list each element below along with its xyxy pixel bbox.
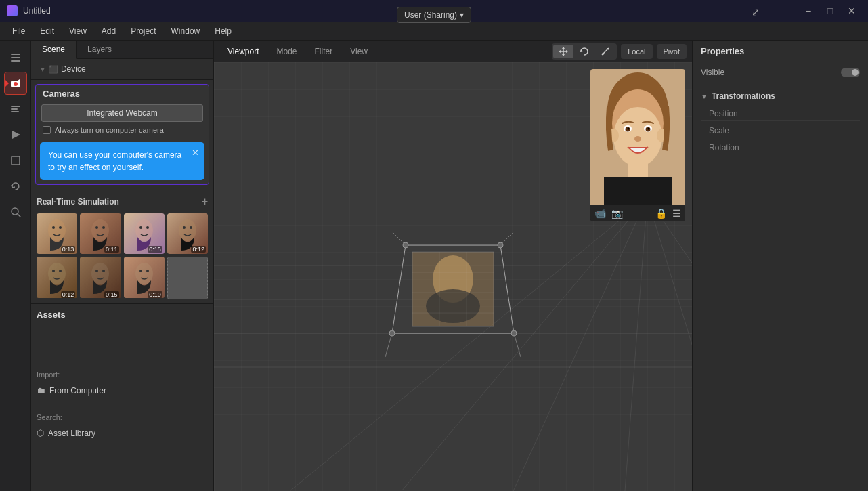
tab-viewport[interactable]: Viewport xyxy=(219,44,267,59)
assets-section: Assets Import: 🖿 From Computer Search: ⬡… xyxy=(31,303,213,492)
svg-marker-38 xyxy=(559,50,561,53)
tooltip-text: You can use your computer's camera to tr… xyxy=(48,150,181,172)
thumbnail-4[interactable]: 0:12 xyxy=(167,213,208,254)
pivot-button[interactable]: Pivot xyxy=(658,45,685,58)
tab-scene[interactable]: Scene xyxy=(31,41,77,59)
minimize-button[interactable]: − xyxy=(799,1,818,20)
svg-point-14 xyxy=(52,226,55,229)
tooltip-close-button[interactable]: ✕ xyxy=(192,146,199,160)
menu-help[interactable]: Help xyxy=(208,24,238,38)
rts-header: Real-Time Simulation + xyxy=(37,193,208,211)
properties-panel: Properties Visible ▼ Transformations Pos… xyxy=(692,41,868,491)
camera-tooltip: You can use your computer's camera to tr… xyxy=(40,142,204,180)
toolbar-timeline-btn[interactable] xyxy=(4,98,27,121)
toolbar-search-btn[interactable] xyxy=(4,200,27,223)
svg-rect-10 xyxy=(12,156,20,165)
menu-window[interactable]: Window xyxy=(165,24,207,38)
rotation-label: Rotation xyxy=(709,143,739,152)
rts-add-button[interactable]: + xyxy=(202,196,208,208)
svg-point-33 xyxy=(146,270,149,272)
tab-layers[interactable]: Layers xyxy=(77,41,123,58)
from-computer-button[interactable]: 🖿 From Computer xyxy=(37,384,106,397)
svg-point-13 xyxy=(48,219,66,241)
thumb-time-1: 0:13 xyxy=(61,246,76,253)
library-icon: ⬡ xyxy=(37,428,44,438)
viewport-canvas[interactable]: 📹 📷 🔒 ☰ xyxy=(214,62,692,491)
scale-property[interactable]: Scale xyxy=(701,121,860,137)
camera-preview-toolbar: 📹 📷 🔒 ☰ xyxy=(590,205,685,221)
svg-rect-1 xyxy=(11,57,20,58)
svg-point-29 xyxy=(95,270,98,272)
tree-arrow-icon: ▼ xyxy=(39,66,46,73)
tab-view[interactable]: View xyxy=(342,44,376,59)
svg-point-4 xyxy=(14,82,18,86)
integrated-webcam-button[interactable]: Integrated Webcam xyxy=(41,104,203,122)
toolbar-frame-btn[interactable] xyxy=(4,149,27,172)
position-property[interactable]: Position xyxy=(701,104,860,121)
rotation-property[interactable]: Rotation xyxy=(701,137,860,154)
svg-rect-6 xyxy=(11,106,20,107)
always-on-label: Always turn on computer camera xyxy=(55,126,164,134)
cam-video-button[interactable]: 📹 xyxy=(594,208,606,219)
toolbar-camera-btn[interactable] xyxy=(4,72,27,95)
tab-filter[interactable]: Filter xyxy=(307,44,341,59)
viewport-area: Viewport Mode Filter View xyxy=(214,41,692,491)
svg-rect-2 xyxy=(11,60,20,62)
svg-point-70 xyxy=(389,330,395,336)
transformations-section: ▼ Transformations Position Scale Rotatio… xyxy=(693,83,868,160)
thumbnail-5[interactable]: 0:12 xyxy=(37,257,77,299)
thumb-time-6: 0:15 xyxy=(104,291,119,298)
svg-line-12 xyxy=(18,214,20,217)
cam-menu-button[interactable]: ☰ xyxy=(672,208,681,219)
thumbnail-6[interactable]: 0:15 xyxy=(80,257,121,299)
viewport-tabs: Viewport Mode Filter View xyxy=(214,41,692,62)
thumbnail-2[interactable]: 0:11 xyxy=(80,213,121,254)
toolbar-undo-btn[interactable] xyxy=(4,175,27,198)
thumbnail-blank[interactable] xyxy=(167,257,208,299)
menu-file[interactable]: File xyxy=(5,24,32,38)
position-label: Position xyxy=(709,109,738,119)
svg-point-22 xyxy=(179,219,196,241)
tab-mode[interactable]: Mode xyxy=(268,44,305,59)
menu-edit[interactable]: Edit xyxy=(33,24,61,38)
transform-scale-button[interactable] xyxy=(595,45,615,58)
thumbnail-7[interactable]: 0:10 xyxy=(124,257,165,299)
cam-lock-button[interactable]: 🔒 xyxy=(655,208,667,219)
main-area: Scene Layers ▼ ⬛ Device Cameras Integrat… xyxy=(0,41,868,491)
rts-section: Real-Time Simulation + xyxy=(31,189,213,303)
thumbnail-3[interactable]: 0:15 xyxy=(124,213,165,254)
maximize-button[interactable]: □ xyxy=(821,1,840,20)
always-on-checkbox[interactable]: Always turn on computer camera xyxy=(36,126,209,140)
svg-point-19 xyxy=(135,219,153,241)
transformations-header[interactable]: ▼ Transformations xyxy=(701,89,860,104)
visible-toggle[interactable] xyxy=(841,68,860,77)
toolbar-scenes-btn[interactable] xyxy=(4,46,27,69)
menu-project[interactable]: Project xyxy=(124,24,162,38)
scale-label: Scale xyxy=(709,126,729,135)
menu-add[interactable]: Add xyxy=(95,24,123,38)
asset-library-button[interactable]: ⬡ Asset Library xyxy=(37,427,95,440)
properties-header: Properties xyxy=(693,41,868,62)
app-icon xyxy=(7,5,18,16)
assets-body: Import: 🖿 From Computer Search: ⬡ Asset … xyxy=(37,325,208,486)
svg-point-16 xyxy=(91,219,109,241)
close-button[interactable]: ✕ xyxy=(842,1,861,20)
cam-photo-button[interactable]: 📷 xyxy=(611,208,623,219)
menu-view[interactable]: View xyxy=(62,24,93,38)
local-button[interactable]: Local xyxy=(622,45,651,58)
svg-point-23 xyxy=(183,226,186,229)
svg-marker-9 xyxy=(12,131,20,139)
svg-point-27 xyxy=(59,270,62,272)
device-icon: ⬛ xyxy=(49,65,58,74)
toolbar-play-btn[interactable] xyxy=(4,123,27,146)
scene-tabs: Scene Layers xyxy=(31,41,213,59)
transform-rotate-button[interactable] xyxy=(574,45,594,58)
svg-point-68 xyxy=(403,242,408,248)
svg-point-20 xyxy=(139,226,142,229)
asset-library-label: Asset Library xyxy=(48,429,95,438)
toggle-knob-icon xyxy=(852,69,859,76)
svg-marker-36 xyxy=(562,47,565,49)
transform-move-button[interactable] xyxy=(553,45,573,58)
thumbnail-1[interactable]: 0:13 xyxy=(37,213,77,254)
tree-item-device[interactable]: ▼ ⬛ Device xyxy=(37,63,208,75)
